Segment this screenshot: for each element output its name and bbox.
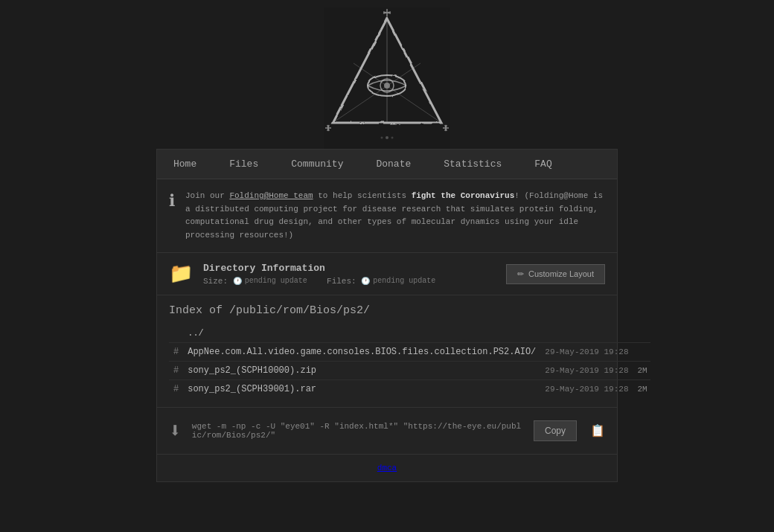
table-row: ../	[169, 324, 650, 343]
row-icon: #	[169, 343, 183, 362]
row-date: 29-May-2019 19:28	[540, 362, 633, 380]
file-link[interactable]: AppNee.com.All.video.game.consoles.BIOS.…	[188, 347, 536, 357]
file-link[interactable]: ../	[188, 328, 204, 339]
folder-icon: 📁	[169, 262, 193, 286]
main-container: Home Files Community Donate Statistics F…	[156, 149, 618, 482]
clipboard-icon[interactable]: 📋	[590, 423, 605, 438]
footer: dmca	[157, 455, 617, 481]
row-size	[633, 343, 650, 362]
folding-link[interactable]: Folding@Home team	[229, 191, 313, 200]
row-icon: #	[169, 380, 183, 399]
row-size: 2M	[633, 362, 650, 380]
file-link[interactable]: sony_ps2_(SCPH39001).rar	[188, 384, 316, 394]
nav-donate[interactable]: Donate	[359, 150, 427, 179]
nav-home[interactable]: Home	[157, 150, 213, 179]
row-filename: AppNee.com.All.video.game.consoles.BIOS.…	[183, 343, 540, 362]
nav-community[interactable]: Community	[275, 150, 359, 179]
logo-svg	[324, 7, 450, 149]
wget-command: wget -m -np -c -U "eye01" -R "index.html…	[192, 422, 523, 440]
logo-area	[0, 0, 774, 149]
row-filename: sony_ps2_(SCPH10000).zip	[183, 362, 540, 380]
row-size	[633, 324, 650, 343]
copy-button[interactable]: Copy	[534, 420, 577, 441]
svg-point-19	[391, 137, 394, 139]
row-date: 29-May-2019 19:28	[540, 343, 633, 362]
dir-size-label: Size:	[203, 277, 228, 286]
clock-icon-size: 🕐	[233, 277, 242, 286]
dir-info: 📁 Directory Information Size: 🕐 pending …	[157, 253, 617, 295]
dir-title: Directory Information	[203, 263, 496, 274]
file-link[interactable]: sony_ps2_(SCPH10000).zip	[188, 365, 316, 376]
index-title: Index of /public/rom/Bios/ps2/	[169, 304, 605, 317]
download-icon: ⬇	[169, 418, 182, 443]
customize-layout-button[interactable]: ✏ Customize Layout	[506, 264, 605, 284]
dir-details: Directory Information Size: 🕐 pending up…	[203, 263, 496, 286]
row-size: 2M	[633, 380, 650, 399]
dir-files-value: 🕐 pending update	[361, 277, 435, 286]
table-row: # sony_ps2_(SCPH39001).rar 29-May-2019 1…	[169, 380, 650, 399]
page-wrapper: Home Files Community Donate Statistics F…	[0, 0, 774, 532]
nav-bar: Home Files Community Donate Statistics F…	[157, 150, 617, 179]
svg-point-17	[386, 136, 388, 139]
row-icon: #	[169, 362, 183, 380]
pencil-icon: ✏	[517, 269, 524, 279]
file-table: ../ # AppNee.com.All.video.game.consoles…	[169, 324, 650, 398]
table-row: # sony_ps2_(SCPH10000).zip 29-May-2019 1…	[169, 362, 650, 380]
download-section: ⬇ wget -m -np -c -U "eye01" -R "index.ht…	[157, 408, 617, 455]
info-icon: ℹ	[169, 191, 175, 211]
row-icon	[169, 324, 183, 343]
info-banner: ℹ Join our Folding@Home team to help sci…	[157, 179, 617, 253]
nav-statistics[interactable]: Statistics	[427, 150, 518, 179]
nav-files[interactable]: Files	[213, 150, 275, 179]
row-filename: ../	[183, 324, 540, 343]
row-date: 29-May-2019 19:28	[540, 380, 633, 399]
clock-icon-files: 🕐	[361, 277, 370, 286]
svg-point-18	[381, 137, 383, 139]
dmca-link[interactable]: dmca	[377, 464, 397, 472]
svg-point-7	[384, 83, 390, 89]
info-text: Join our Folding@Home team to help scien…	[185, 190, 605, 242]
dir-size-value: 🕐 pending update	[233, 277, 307, 286]
table-row: # AppNee.com.All.video.game.consoles.BIO…	[169, 343, 650, 362]
nav-faq[interactable]: FAQ	[518, 150, 568, 179]
dir-files-label: Files:	[327, 277, 356, 286]
row-filename: sony_ps2_(SCPH39001).rar	[183, 380, 540, 399]
row-date	[540, 324, 633, 343]
index-section: Index of /public/rom/Bios/ps2/ ../ #	[157, 295, 617, 408]
